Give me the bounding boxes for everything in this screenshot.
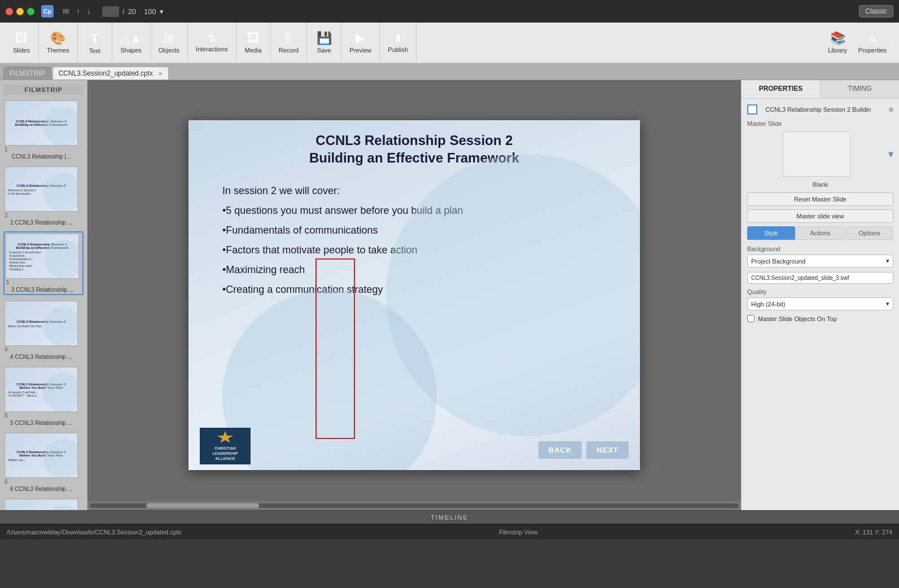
preview-icon: ▶ [356,32,365,45]
filmstrip-panel: FILMSTRIP CCNL3 Relationship: Session 2B… [0,80,87,510]
filmstrip-label-1: CCNL3 Relationship |... [5,153,78,160]
toolbar-themes[interactable]: 🎨 Themes [41,26,75,60]
filmstrip-item-2[interactable]: CCNL3 Relationship Session 2 Welcome to … [3,165,84,227]
filmstrip-header: FILMSTRIP [3,85,84,95]
logo-emblem [217,431,234,444]
library-icon: 📚 [830,32,845,45]
toolbar-save[interactable]: 💾 Save [309,26,339,60]
toolbar-interactions[interactable]: ⇅ Interactions [190,26,234,60]
slides-label: Slides [13,47,30,54]
quality-value: High (24-bit) [751,301,786,308]
sa-tab-style[interactable]: Style [747,226,795,240]
view-text: Filmstrip View [499,529,537,536]
style-actions-tabs: Style Actions Options [747,226,893,240]
canvas-area: CCNL3 Relationship Session 2 Building an… [87,80,741,510]
slide-navigation: 3 / 20 100 ▾ [102,6,164,17]
save-label: Save [317,47,331,54]
sa-tab-options[interactable]: Options [845,226,893,240]
toolbar-text[interactable]: T Text [80,26,109,60]
filmstrip-item-7[interactable]: CCNL3 Relationship Session 2Before You B… [3,498,84,510]
toolbar-publish[interactable]: ⬆ Publish [382,26,414,60]
maximize-button[interactable] [27,8,34,15]
filmstrip-thumb-4: CCNL3 Relationship Session 2 Before You … [5,301,78,346]
tab-properties[interactable]: PROPERTIES [742,80,821,98]
title-bar-icons: ✉ ↑ ↓ [63,7,91,16]
toolbar-group-preview: ▶ Preview [341,23,380,63]
tab-filmstrip[interactable]: FILMSTRIP [3,67,51,80]
reset-master-button[interactable]: Reset Master Slide [747,192,893,206]
filmstrip-item-1[interactable]: CCNL3 Relationship: Session 2Building an… [3,99,84,161]
filmstrip-item-5[interactable]: CCNL3 Relationship Session 2Before You B… [3,366,84,427]
master-slide-dropdown-icon[interactable]: ▾ [888,148,893,160]
media-icon: 🖼 [247,32,260,45]
slide-icon [747,104,757,115]
classic-button[interactable]: Classic [859,5,893,17]
back-button[interactable]: BACK [538,441,582,459]
close-button[interactable] [6,8,13,15]
main-layout: FILMSTRIP CCNL3 Relationship: Session 2B… [0,80,899,510]
list-options-icon[interactable]: ≡ [889,105,893,114]
background-dropdown-arrow: ▾ [886,257,889,265]
scrollbar-track [90,503,739,508]
toolbar-media[interactable]: 🖼 Media [239,26,268,60]
toolbar-group-text: T Text [78,23,112,63]
filepath-text: /Users/macmwilday/Downloads/CCNL3.Sessio… [7,529,181,536]
toolbar-group-media: 🖼 Media [236,23,271,63]
toolbar-library[interactable]: 📚 Library [822,26,853,60]
toolbar-record[interactable]: 🎙 Record [273,26,304,60]
filmstrip-item-6[interactable]: CCNL3 Relationship Session 2Before You B… [3,432,84,493]
email-icon[interactable]: ✉ [63,7,69,16]
filmstrip-number-3: 3 [6,279,81,286]
arrow-down-icon[interactable]: ↓ [87,7,91,16]
master-slide-view-button[interactable]: Master slide view [747,209,893,223]
filmstrip-label-6: 6 CCNL3 Relationship ... [5,486,78,492]
interactions-label: Interactions [196,46,228,52]
preview-label: Preview [349,47,371,54]
filmstrip-thumb-1: CCNL3 Relationship: Session 2Building an… [5,100,78,146]
minimize-button[interactable] [16,8,24,15]
toolbar-properties[interactable]: ≡ Properties [853,26,892,60]
status-bar: /Users/macmwilday/Downloads/CCNL3.Sessio… [0,524,899,539]
filmstrip-item-4[interactable]: CCNL3 Relationship Session 2 Before You … [3,300,84,361]
canvas-scrollbar[interactable] [87,501,741,510]
app-icon: Cp [41,5,54,17]
interactions-icon: ⇅ [208,33,216,43]
tab-filename: CCNL3.Session2_updated.cptx [59,69,153,77]
tab-close-icon[interactable]: ✕ [158,71,163,77]
master-slide-preview [783,131,850,177]
tab-timing[interactable]: TIMING [821,80,899,98]
text-label: Text [89,47,100,54]
arrow-up-icon[interactable]: ↑ [76,7,80,16]
toolbar-objects[interactable]: ⊞ Objects [153,26,185,60]
background-section-label: Background [747,245,893,252]
zoom-dropdown-icon[interactable]: ▾ [160,7,164,16]
tab-bar: FILMSTRIP CCNL3.Session2_updated.cptx ✕ [0,63,899,80]
toolbar-group-publish: ⬆ Publish [380,23,416,63]
save-icon: 💾 [317,32,332,45]
scrollbar-thumb[interactable] [146,503,259,508]
background-value: Project Background [751,258,805,265]
toolbar-preview[interactable]: ▶ Preview [344,26,377,60]
toolbar-slides[interactable]: 🖼 Slides [7,26,36,60]
record-label: Record [279,47,299,54]
master-objects-checkbox[interactable] [747,315,755,322]
quality-dropdown[interactable]: High (24-bit) ▾ [747,297,893,310]
filmstrip-label-3: 3 CCNL3 Relationship ... [6,287,79,293]
tab-active-file[interactable]: CCNL3.Session2_updated.cptx ✕ [52,67,169,80]
toolbar-group-record: 🎙 Record [271,23,307,63]
logo-text-line2: ALLIANCE [215,456,235,461]
quality-dropdown-arrow: ▾ [886,300,889,308]
master-slide-preview-row: ▾ [747,129,893,179]
background-dropdown[interactable]: Project Background ▾ [747,254,893,267]
filmstrip-item-3[interactable]: CCNL3 Relationship Session 2Building an … [3,231,84,295]
sa-tab-actions[interactable]: Actions [796,226,844,240]
slide-number-input[interactable]: 3 [102,6,119,17]
text-icon: T [90,32,99,45]
slide-name-display: CCNL3 Relationship Session 2 Buildin [765,106,884,113]
slide-canvas[interactable]: CCNL3 Relationship Session 2 Building an… [188,120,640,470]
filmstrip-thumb-3: CCNL3 Relationship Session 2Building an … [6,234,79,279]
toolbar-shapes[interactable]: △▲ Shapes [115,26,148,60]
next-button[interactable]: NEXT [586,441,629,459]
toolbar-group-right: 📚 Library ≡ Properties [820,23,894,63]
filmstrip-label-2: 2 CCNL3 Relationship ... [5,220,78,226]
